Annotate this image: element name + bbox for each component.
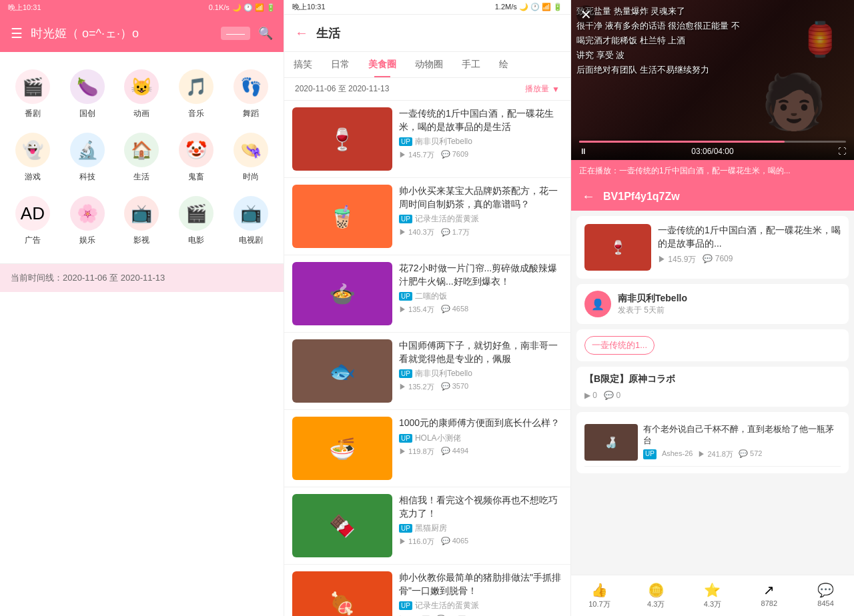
- video-author: UP 南非贝利Tebello: [399, 368, 562, 379]
- filter-sort[interactable]: 播放量 ▼: [525, 83, 560, 95]
- bottom-share[interactable]: ↗ 8782: [741, 579, 797, 612]
- tab-手工[interactable]: 手工: [452, 52, 490, 77]
- tab-绘[interactable]: 绘: [490, 52, 518, 77]
- video-item[interactable]: 🧋 帅小伙买来某宝大品牌奶茶配方，花一周时间自制奶茶，真的靠谱吗？ UP 记录生…: [284, 178, 570, 255]
- main-video-card: 🍷 一壶传统的1斤中国白酒，配一碟花生米，喝的是故事品的... ▶ 145.9万…: [576, 216, 849, 279]
- tab-搞笑[interactable]: 搞笑: [284, 52, 322, 77]
- time-display: 03:06/04:00: [691, 147, 733, 156]
- detail-scroll: 🍷 一壶传统的1斤中国白酒，配一碟花生米，喝的是故事品的... ▶ 145.9万…: [571, 211, 854, 575]
- icon-item-电影[interactable]: 🎬电影: [169, 189, 224, 253]
- progress-bar[interactable]: [579, 141, 846, 143]
- up-badge: UP: [399, 137, 412, 146]
- icon-item-国创[interactable]: 🍆国创: [60, 63, 115, 126]
- icon-item-广告[interactable]: AD广告: [5, 189, 60, 253]
- video-stats: ▶ 116.0万 💬 4065: [399, 537, 562, 547]
- sort-icon: ▼: [552, 85, 560, 94]
- icon-item-娱乐[interactable]: 🌸娱乐: [60, 189, 115, 253]
- comment-icon: 💬: [817, 582, 834, 598]
- main-video-title: 一壶传统的1斤中国白酒，配一碟花生米，喝的是故事品的...: [658, 224, 841, 250]
- collect-icon: ⭐: [704, 582, 721, 598]
- up-badge: UP: [399, 434, 412, 443]
- tab-日常[interactable]: 日常: [322, 52, 359, 77]
- video-info: 相信我！看完这个视频你再也不想吃巧克力了！ UP 黑猫厨房 ▶ 116.0万 💬…: [399, 494, 562, 557]
- search-icon-left[interactable]: 🔍: [258, 26, 273, 41]
- coin-icon: 🪙: [648, 582, 665, 598]
- icon-circle-生活: 🏠: [124, 133, 159, 167]
- icons-left: 🌙 🕐 📶 🔋: [232, 3, 276, 12]
- sort-label: 播放量: [525, 83, 549, 95]
- video-item[interactable]: 🍷 一壶传统的1斤中国白酒，配一碟花生米，喝的是故事品的是生活 UP 南非贝利T…: [284, 101, 570, 178]
- icon-circle-时尚: 👒: [234, 133, 268, 167]
- related-thumb: 🍶: [584, 424, 638, 461]
- views-count: ▶ 135.4万: [399, 305, 434, 315]
- category-tabs: 搞笑日常美食圈动物圈手工绘: [284, 52, 570, 78]
- icon-circle-科技: 🔬: [70, 133, 105, 167]
- status-icons-middle: 1.2M/s 🌙 🕐 📶 🔋: [495, 3, 562, 11]
- icon-item-科技[interactable]: 🔬科技: [60, 126, 115, 189]
- status-bar-middle: 晚上10:31 1.2M/s 🌙 🕐 📶 🔋: [284, 0, 570, 15]
- tab-动物圈[interactable]: 动物圈: [406, 52, 452, 77]
- comments-count: 💬 4494: [441, 447, 469, 457]
- main-video-info: 一壶传统的1斤中国白酒，配一碟花生米，喝的是故事品的... ▶ 145.9万 💬…: [658, 224, 841, 271]
- icon-item-生活[interactable]: 🏠生活: [115, 126, 169, 189]
- icon-item-影视[interactable]: 📺影视: [115, 189, 169, 253]
- author-name: 南非贝利Tebello: [618, 293, 687, 305]
- menu-icon[interactable]: ☰: [11, 25, 23, 41]
- related-info: 有个老外说自己千杯不醉，直到老板给了他一瓶茅台 UP Ashes-26 ▶ 24…: [643, 424, 841, 461]
- tag-section: 一壶传统的1...: [576, 329, 849, 361]
- time-middle: 晚上10:31: [292, 2, 326, 12]
- video-info: 中国师傅两下子，就切好鱼，南非哥一看就觉得他是专业的，佩服 UP 南非贝利Teb…: [399, 339, 562, 403]
- bottom-like[interactable]: 👍 10.7万: [571, 579, 628, 612]
- video-item[interactable]: 🐟 中国师傅两下子，就切好鱼，南非哥一看就觉得他是专业的，佩服 UP 南非贝利T…: [284, 333, 570, 410]
- main-video-stats: ▶ 145.9万 💬 7609: [658, 254, 841, 265]
- video-item[interactable]: 🍖 帅小伙教你最简单的猪肋排做法"手抓排骨"一口嫩到脱骨！ UP 记录生活的蛋黄…: [284, 565, 570, 616]
- video-item[interactable]: 🍲 花72小时做一片门帘...剪碎做成酸辣爆汁肥牛火锅...好吃到爆衣！ UP …: [284, 255, 570, 333]
- icon-item-游戏[interactable]: 👻游戏: [5, 126, 60, 189]
- icon-item-时尚[interactable]: 👒时尚: [224, 126, 278, 189]
- bottom-collect[interactable]: ⭐ 4.3万: [685, 579, 741, 612]
- red-bottle-icon: 🏮: [799, 20, 841, 59]
- video-title: 花72小时做一片门帘...剪碎做成酸辣爆汁肥牛火锅...好吃到爆衣！: [399, 262, 562, 288]
- comments-count: 💬 3570: [441, 382, 469, 392]
- playing-title-text: 正在播放：一壶传统的1斤中国白酒，配一碟花生米，喝的...: [579, 166, 791, 175]
- icon-circle-国创: 🍆: [70, 69, 105, 104]
- progress-fill: [579, 141, 785, 143]
- panel-left: 晚上10:31 0.1K/s 🌙 🕐 📶 🔋 ☰ 时光姬（ o=^·ェ·）o —…: [0, 0, 284, 616]
- danmaku-line: 致死盐量 热量爆炸 灵魂来了: [576, 5, 849, 17]
- icon-item-音乐[interactable]: 🎵音乐: [169, 63, 224, 126]
- related-item[interactable]: 🍶 有个老外说自己千杯不醉，直到老板给了他一瓶茅台 UP Ashes-26 ▶ …: [584, 419, 841, 467]
- video-author: UP 记录生活的蛋黄派: [399, 213, 562, 225]
- tag-pill[interactable]: 一壶传统的1...: [584, 336, 655, 355]
- video-stats: ▶ 135.2万 💬 3570: [399, 382, 562, 392]
- icon-item-电视剧[interactable]: 📺电视剧: [224, 189, 278, 253]
- video-item[interactable]: 🍜 1000元的康师傅方便面到底长什么样？ UP HOLA小测佬 ▶ 119.8…: [284, 410, 570, 487]
- fullscreen-button[interactable]: ⛶: [838, 147, 846, 156]
- bottom-coin[interactable]: 🪙 4.3万: [628, 579, 685, 612]
- main-video-thumb: 🍷: [584, 224, 651, 271]
- input-box[interactable]: ——: [221, 27, 250, 40]
- icon-label-国创: 国创: [79, 108, 95, 119]
- icon-circle-番剧: 🎬: [15, 69, 50, 104]
- close-player-button[interactable]: ✕: [576, 5, 595, 24]
- video-info: 帅小伙教你最简单的猪肋排做法"手抓排骨"一口嫩到脱骨！ UP 记录生活的蛋黄派 …: [399, 571, 562, 616]
- icon-circle-舞蹈: 👣: [234, 69, 268, 104]
- related-video-title: 有个老外说自己千杯不醉，直到老板给了他一瓶茅台: [643, 424, 841, 447]
- page-title-middle: 生活: [316, 25, 340, 41]
- icon-item-舞蹈[interactable]: 👣舞蹈: [224, 63, 278, 126]
- bv-code[interactable]: BV1Pf4y1q7Zw: [603, 191, 680, 203]
- status-bar-left: 晚上10:31 0.1K/s 🌙 🕐 📶 🔋: [0, 0, 284, 15]
- tab-美食圈[interactable]: 美食圈: [359, 52, 406, 77]
- back-icon-middle[interactable]: ←: [295, 25, 308, 41]
- icon-item-番剧[interactable]: 🎬番剧: [5, 63, 60, 126]
- comments-count: 💬 4658: [441, 305, 469, 315]
- video-item[interactable]: 🍫 相信我！看完这个视频你再也不想吃巧克力了！ UP 黑猫厨房 ▶ 116.0万…: [284, 487, 570, 565]
- app-title: 时光姬（ o=^·ェ·）o: [31, 25, 213, 41]
- collect-count: 4.3万: [704, 599, 721, 609]
- icon-item-动画[interactable]: 😺动画: [115, 63, 169, 126]
- icon-item-鬼畜[interactable]: 🤡鬼畜: [169, 126, 224, 189]
- back-icon-right[interactable]: ←: [582, 189, 595, 204]
- play-pause-button[interactable]: ⏸: [579, 147, 587, 156]
- video-info: 一壶传统的1斤中国白酒，配一碟花生米，喝的是故事品的是生活 UP 南非贝利Teb…: [399, 107, 562, 171]
- bottom-comment[interactable]: 💬 8454: [797, 579, 854, 612]
- header-left: ☰ 时光姬（ o=^·ェ·）o —— 🔍: [0, 15, 284, 52]
